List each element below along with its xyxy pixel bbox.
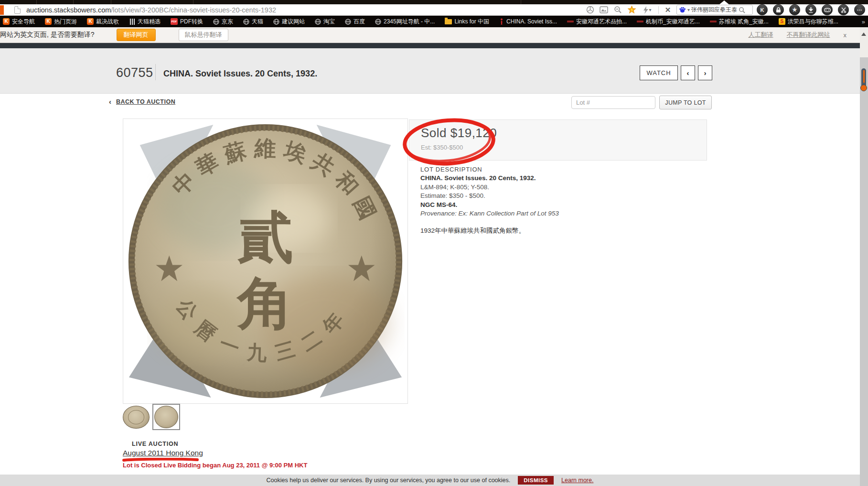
download-icon[interactable] xyxy=(805,4,816,15)
scrollbar-thumb[interactable] xyxy=(861,68,866,88)
description-catalog-line: L&M-894; K-805; Y-508. xyxy=(420,183,559,192)
dash-icon xyxy=(567,21,574,22)
scrollbar-track[interactable] xyxy=(860,57,868,486)
stripes-icon xyxy=(129,19,135,25)
bookmark-item[interactable]: 建议网站 xyxy=(273,18,305,26)
coin-denomination-top: 貳 xyxy=(237,206,293,269)
sogou-icon: S xyxy=(779,18,785,25)
bidding-info-text: Live Bidding began Aug 23, 2011 @ 9:00 P… xyxy=(163,462,307,469)
bookmark-item[interactable]: 机制币_安徽邓通艺... xyxy=(637,18,700,26)
browser-search-box[interactable]: ▾ xyxy=(676,5,753,15)
red-underline-annotation xyxy=(122,458,199,462)
chevron-down-icon[interactable]: ▾ xyxy=(649,7,651,12)
jump-to-lot-button[interactable]: JUMP TO LOT xyxy=(659,96,712,109)
tab-separator xyxy=(193,0,193,4)
page-title: CHINA. Soviet Issues. 20 Cents, 1932. xyxy=(163,69,317,79)
fan-icon[interactable] xyxy=(585,5,595,15)
zoom-out-icon[interactable] xyxy=(613,5,622,15)
bookmark-item[interactable]: 淘宝 xyxy=(315,18,335,26)
hover-translate-button[interactable]: 鼠标悬停翻译 xyxy=(179,29,228,41)
bookmarks-bar: K安全导航 K热门页游 K裁决战歌 天猫精选 PDFPDF转换 京东 天猫 建议… xyxy=(0,16,868,27)
stop-close-icon[interactable]: ✕ xyxy=(663,5,673,15)
url-path: /lots/view/3-200BC/china-soviet-issues-2… xyxy=(111,6,276,14)
sold-price: Sold $19,120 xyxy=(421,126,497,140)
favorites-star-icon[interactable]: ★ xyxy=(789,4,800,15)
browser-tab-bar xyxy=(0,0,868,4)
search-engine-dropdown-icon[interactable]: ▾ xyxy=(687,7,690,12)
learn-more-link[interactable]: Learn more. xyxy=(561,477,593,484)
bookmark-label: 洪荣昌与你聊苏维... xyxy=(788,18,838,26)
globe-icon xyxy=(375,19,381,25)
bookmark-item[interactable]: 2345网址导航 - 中... xyxy=(375,18,435,26)
coin-thumb-image xyxy=(123,406,150,429)
cookie-banner: Cookies help us deliver our services. By… xyxy=(0,475,860,486)
scroll-thermometer-line xyxy=(863,70,865,83)
bookmark-label: 裁决战歌 xyxy=(96,18,119,26)
bookmark-item[interactable]: 京东 xyxy=(213,18,233,26)
image-icon[interactable] xyxy=(599,5,609,15)
bookmark-item[interactable]: K裁决战歌 xyxy=(87,18,119,26)
bookmark-item[interactable]: 天猫 xyxy=(243,18,263,26)
bookmark-item[interactable]: CHINA. Soviet Iss... xyxy=(499,18,557,25)
globe-icon xyxy=(243,19,249,25)
scroll-up-icon[interactable] xyxy=(861,32,866,36)
auction-name-link[interactable]: August 2011 Hong Kong xyxy=(123,449,203,457)
bookmark-item[interactable]: 百度 xyxy=(345,18,365,26)
coin-thumbnail-obverse[interactable] xyxy=(123,406,150,429)
lock-icon[interactable] xyxy=(773,4,784,15)
bookmark-label: 建议网站 xyxy=(282,18,305,26)
tab-separator xyxy=(73,0,74,4)
bookmark-item[interactable]: K安全导航 xyxy=(3,18,35,26)
lightning-menu-icon[interactable]: ▾ xyxy=(641,5,654,15)
dismiss-button[interactable]: DISMISS xyxy=(518,476,554,485)
back-to-auction-link[interactable]: BACK TO AUCTION xyxy=(116,98,175,105)
bookmark-item[interactable]: K热门页游 xyxy=(45,18,77,26)
bookmark-label: PDF转换 xyxy=(180,18,203,26)
coin-image: 中華蘇維埃共和國 公曆一九三二年 貳 角 xyxy=(123,119,407,403)
bookmark-item[interactable]: Links for 中国 xyxy=(445,18,489,26)
next-lot-button[interactable]: › xyxy=(698,65,712,80)
scissors-icon[interactable] xyxy=(838,4,849,15)
k-browser-button[interactable]: K xyxy=(757,4,768,15)
coin-thumbnail-reverse-selected[interactable] xyxy=(152,404,180,430)
description-title-line: CHINA. Soviet Issues. 20 Cents, 1932. xyxy=(420,174,559,183)
translate-page-button[interactable]: 翻译网页 xyxy=(117,29,156,41)
search-icon[interactable] xyxy=(739,7,745,13)
bookmark-label: 安全导航 xyxy=(12,18,35,26)
previous-lot-button[interactable]: ‹ xyxy=(681,65,695,80)
lot-closed-text: Lot is Closed xyxy=(123,462,162,469)
description-chinese-line: 1932年中華蘇維埃共和國貳角銀幣。 xyxy=(420,227,559,236)
manual-translate-link[interactable]: 人工翻译 xyxy=(749,31,773,39)
cookie-message: Cookies help us deliver our services. By… xyxy=(267,477,511,484)
gamepad-icon[interactable] xyxy=(822,4,833,15)
bookmark-item[interactable]: 天猫精选 xyxy=(129,18,161,26)
bookmarks-overflow-chevron[interactable]: » xyxy=(862,18,865,25)
bookmark-label: 天猫精选 xyxy=(138,18,161,26)
bookmark-label: 天猫 xyxy=(252,18,263,26)
url-text[interactable]: auctions.stacksbowers.com/lots/view/3-20… xyxy=(26,6,276,14)
close-translate-icon[interactable]: x xyxy=(844,32,847,39)
bookmark-item[interactable]: 苏维埃 贰角_安徽... xyxy=(710,18,769,26)
bookmark-item[interactable]: 安徽邓通艺术品拍... xyxy=(567,18,627,26)
bookmark-label: 淘宝 xyxy=(323,18,335,26)
scrollbar[interactable] xyxy=(860,27,868,486)
more-menu-icon[interactable]: ··· xyxy=(854,4,865,15)
bookmark-label: 京东 xyxy=(222,18,233,26)
bookmark-label: 苏维埃 贰角_安徽... xyxy=(719,18,769,26)
tab-separator xyxy=(521,0,521,4)
bookmark-label: 2345网址导航 - 中... xyxy=(384,18,435,26)
bookmark-item[interactable]: S洪荣昌与你聊苏维... xyxy=(779,18,838,26)
lot-number-input[interactable] xyxy=(571,96,655,109)
star-lightning-icon[interactable] xyxy=(627,5,636,15)
scroll-thermometer-bulb xyxy=(860,85,867,91)
description-provenance-line: Provenance: Ex: Kann Collection Part of … xyxy=(420,209,559,218)
k-badge-icon: K xyxy=(3,18,10,25)
browser-edge-button[interactable] xyxy=(0,5,4,15)
pdf-icon: PDF xyxy=(171,18,178,25)
estimate-line: Est: $350-$500 xyxy=(421,144,463,151)
bookmark-item[interactable]: PDFPDF转换 xyxy=(171,18,203,26)
bookmark-label: 百度 xyxy=(354,18,365,26)
search-input[interactable] xyxy=(691,7,737,13)
watch-button[interactable]: WATCH xyxy=(640,65,678,80)
never-translate-link[interactable]: 不再翻译此网站 xyxy=(787,31,830,39)
